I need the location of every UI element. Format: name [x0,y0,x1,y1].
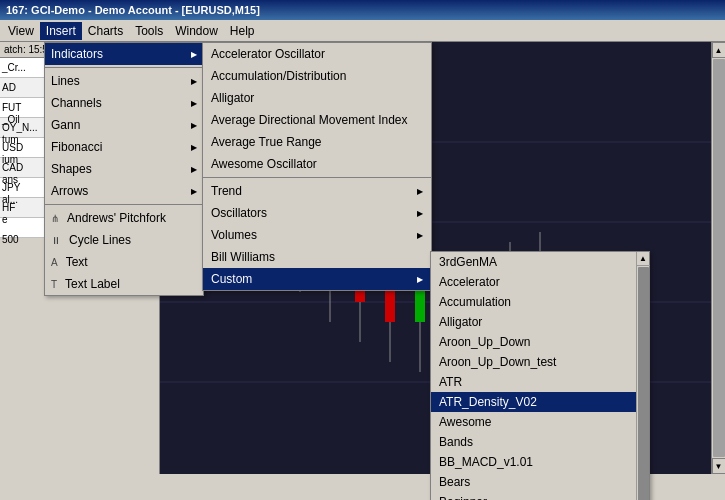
menu-insert-dropdown: Indicators ▶ Lines ▶ Channels ▶ Gann ▶ F… [44,42,204,296]
menu-l1-fibonacci[interactable]: Fibonacci ▶ [45,136,203,158]
menu-help[interactable]: Help [224,22,261,40]
menu-indicators-dropdown: Accelerator Oscillator Accumulation/Dist… [202,42,432,291]
text-label: Text [66,255,88,269]
menu-l2-trend[interactable]: Trend ▶ [203,180,431,202]
custom-label: Custom [211,272,252,286]
menu-l1-indicators[interactable]: Indicators ▶ [45,43,203,65]
menu-custom-dropdown: ▲ ▼ 3rdGenMA Accelerator Accumulation Al… [430,251,650,500]
arrow-icon: ▶ [191,121,197,130]
awesome-custom-label: Awesome [439,415,491,429]
atr-density-label: ATR_Density_V02 [439,395,537,409]
l3-scroll-up[interactable]: ▲ [637,252,650,266]
menu-l1-textlabel[interactable]: T Text Label [45,273,203,295]
arrow-icon: ▶ [417,187,423,196]
fibonacci-label: Fibonacci [51,140,102,154]
pitchfork-icon: ⋔ [51,213,59,224]
accumulation-label: Accumulation [439,295,511,309]
chart-scrollbar[interactable]: ▲ ▼ [711,42,725,474]
text-icon: A [51,257,58,268]
textlabel-label: Text Label [65,277,120,291]
menu-l2-accum-dist[interactable]: Accumulation/Distribution [203,65,431,87]
menu-l1-pitchfork[interactable]: ⋔ Andrews' Pitchfork [45,207,203,229]
l3-scroll-thumb [638,267,649,500]
separator-1 [45,67,203,68]
arrow-icon: ▶ [417,209,423,218]
menu-l2-custom[interactable]: Custom ▶ [203,268,431,290]
arrow-icon: ▶ [191,50,197,59]
menu-view[interactable]: View [2,22,40,40]
menu-l2-atr[interactable]: Average True Range [203,131,431,153]
menu-l2-awesome[interactable]: Awesome Oscillator [203,153,431,175]
shapes-label: Shapes [51,162,92,176]
menu-l2-accel-osc[interactable]: Accelerator Oscillator [203,43,431,65]
menu-window[interactable]: Window [169,22,224,40]
aroon-up-down-label: Aroon_Up_Down [439,335,530,349]
oscillators-label: Oscillators [211,206,267,220]
scroll-thumb[interactable] [713,59,725,457]
menu-l3-bands[interactable]: Bands [431,432,636,452]
atr-custom-label: ATR [439,375,462,389]
accel-osc-label: Accelerator Oscillator [211,47,325,61]
menu-l3-aroon-up-down[interactable]: Aroon_Up_Down [431,332,636,352]
menu-l3-awesome[interactable]: Awesome [431,412,636,432]
alligator-label: Alligator [211,91,254,105]
menu-l2-oscillators[interactable]: Oscillators ▶ [203,202,431,224]
menu-l3-3rdgenma[interactable]: 3rdGenMA [431,252,636,272]
menu-l2-alligator[interactable]: Alligator [203,87,431,109]
separator-l2-1 [203,177,431,178]
lines-label: Lines [51,74,80,88]
menu-l3-aroon-up-down-test[interactable]: Aroon_Up_Down_test [431,352,636,372]
menu-bar: View Insert Charts Tools Window Help [0,20,725,42]
menu-l1-cyclelines[interactable]: ⏸ Cycle Lines [45,229,203,251]
menu-charts[interactable]: Charts [82,22,129,40]
arrow-icon: ▶ [191,77,197,86]
billwilliams-label: Bill Williams [211,250,275,264]
atr-label: Average True Range [211,135,322,149]
menu-l1-gann[interactable]: Gann ▶ [45,114,203,136]
menu-l1-shapes[interactable]: Shapes ▶ [45,158,203,180]
menu-l3-bears[interactable]: Bears [431,472,636,492]
gann-label: Gann [51,118,80,132]
menu-l3-beginner[interactable]: Beginner [431,492,636,500]
scroll-up[interactable]: ▲ [712,42,726,58]
alligator-custom-label: Alligator [439,315,482,329]
accelerator-label: Accelerator [439,275,500,289]
arrow-icon: ▶ [417,275,423,284]
menu-l3-accelerator[interactable]: Accelerator [431,272,636,292]
indicators-label: Indicators [51,47,103,61]
arrow-icon: ▶ [191,99,197,108]
admi-label: Average Directional Movement Index [211,113,408,127]
bears-label: Bears [439,475,470,489]
menu-l3-accumulation[interactable]: Accumulation [431,292,636,312]
bb-macd-label: BB_MACD_v1.01 [439,455,533,469]
menu-l3-atr-density[interactable]: ATR_Density_V02 [431,392,636,412]
3rdgenma-label: 3rdGenMA [439,255,497,269]
awesome-label: Awesome Oscillator [211,157,317,171]
menu-l3-atr[interactable]: ATR [431,372,636,392]
menu-l2-volumes[interactable]: Volumes ▶ [203,224,431,246]
separator-2 [45,204,203,205]
cyclelines-icon: ⏸ [51,235,61,246]
bands-label: Bands [439,435,473,449]
menu-l1-arrows[interactable]: Arrows ▶ [45,180,203,202]
menu-l1-lines[interactable]: Lines ▶ [45,70,203,92]
arrows-label: Arrows [51,184,88,198]
scroll-down[interactable]: ▼ [712,458,726,474]
menu-l1-channels[interactable]: Channels ▶ [45,92,203,114]
channels-label: Channels [51,96,102,110]
menu-tools[interactable]: Tools [129,22,169,40]
cyclelines-label: Cycle Lines [69,233,131,247]
menu-insert[interactable]: Insert [40,22,82,40]
title-bar: 167: GCI-Demo - Demo Account - [EURUSD,M… [0,0,725,20]
menu-l2-billwilliams[interactable]: Bill Williams [203,246,431,268]
arrow-icon: ▶ [191,143,197,152]
volumes-label: Volumes [211,228,257,242]
menu-l1-text[interactable]: A Text [45,251,203,273]
arrow-icon: ▶ [191,187,197,196]
menu-l2-admi[interactable]: Average Directional Movement Index [203,109,431,131]
menu-l3-alligator[interactable]: Alligator [431,312,636,332]
accum-dist-label: Accumulation/Distribution [211,69,346,83]
menu-l3-bb-macd[interactable]: BB_MACD_v1.01 [431,452,636,472]
pitchfork-label: Andrews' Pitchfork [67,211,166,225]
panel-header-text: atch: 15:5 [4,44,48,55]
